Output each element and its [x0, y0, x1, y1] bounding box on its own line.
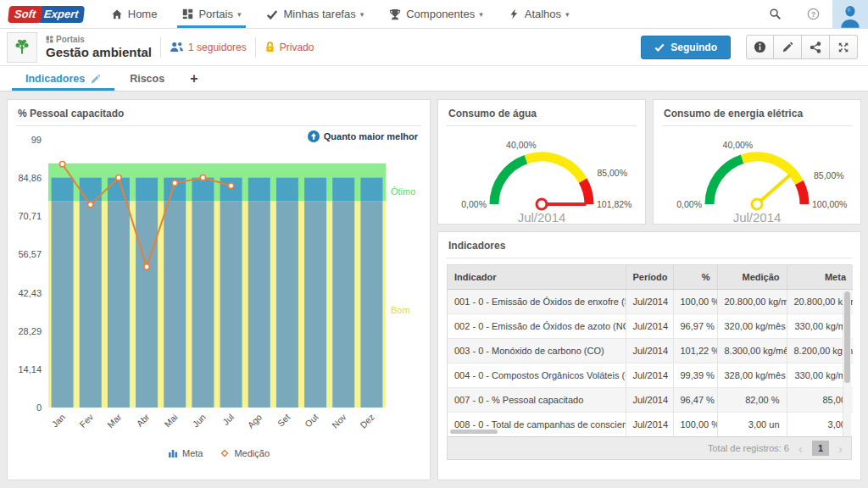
- column-header-meta[interactable]: Meta: [787, 265, 853, 290]
- follow-button[interactable]: Seguindo: [641, 36, 731, 59]
- scrollbar-thumb[interactable]: [844, 291, 850, 383]
- bar-meta-top: [192, 178, 214, 202]
- line-point: [88, 202, 93, 207]
- cell-: 96,97 %: [673, 314, 717, 339]
- bar-meta: [136, 201, 158, 408]
- panel-consumo-agua: Consumo de água 0,00%40,00%85,00%101,82%…: [437, 99, 646, 225]
- divider: [255, 37, 256, 58]
- bar-meta: [248, 201, 270, 408]
- y-tick-label: 42,43: [18, 288, 42, 298]
- table-horizontal-scrollbar[interactable]: [450, 430, 498, 434]
- bar-meta: [276, 201, 298, 408]
- nav-item-label: Atalhos: [525, 8, 561, 20]
- x-tick-label: Nov: [330, 411, 348, 430]
- chevron-down-icon: ▾: [237, 10, 242, 19]
- column-header-medicao[interactable]: Medição: [717, 265, 787, 290]
- main-nav: HomePortais▾Minhas tarefas▾Componentes▾A…: [98, 0, 582, 28]
- nav-item-label: Componentes: [406, 8, 475, 20]
- gauge-tick-label: 0,00%: [461, 199, 487, 209]
- pencil-icon: [90, 74, 101, 85]
- table-row[interactable]: 007 - 0 - % Pessoal capacitadoJul/201496…: [448, 388, 853, 413]
- tab-riscos[interactable]: Riscos: [116, 68, 178, 91]
- help-icon[interactable]: ?: [794, 0, 832, 28]
- bar-meta: [220, 201, 242, 408]
- table-row[interactable]: 002 - 0 - Emissão de Óxidos de azoto (NO…: [448, 314, 853, 339]
- cell-: 101,22 %: [673, 339, 717, 363]
- column-header-periodo[interactable]: Período: [626, 265, 673, 290]
- nav-item-minhas-tarefas[interactable]: Minhas tarefas▾: [253, 0, 376, 28]
- table-row[interactable]: 004 - 0 - Compostos Orgânicos Voláteis (…: [448, 363, 853, 388]
- gauge-tick-label: 100,00%: [812, 199, 847, 209]
- bar-meta-top: [332, 178, 354, 202]
- chart-panel-title: % Pessoal capacitado: [16, 100, 421, 126]
- prev-page-icon[interactable]: ‹: [797, 442, 804, 455]
- nav-item-atalhos[interactable]: Atalhos▾: [496, 0, 582, 28]
- page-number[interactable]: 1: [812, 441, 829, 456]
- legend-medicao[interactable]: Medição: [220, 448, 270, 458]
- share-button[interactable]: [802, 35, 830, 59]
- table-row[interactable]: 003 - 0 - Monóxido de carbono (CO)Jul/20…: [448, 339, 853, 363]
- lock-icon: [264, 41, 275, 53]
- tab-add-button[interactable]: +: [180, 69, 208, 91]
- legend-meta[interactable]: Meta: [168, 448, 203, 458]
- next-page-icon[interactable]: ›: [837, 442, 844, 455]
- user-avatar[interactable]: [832, 0, 868, 28]
- nav-item-home[interactable]: Home: [98, 0, 170, 28]
- y-tick-label: 70,71: [18, 211, 42, 221]
- gauge-period-label: Jul/2014: [733, 210, 782, 225]
- table-row[interactable]: 008 - 0 - Total de campanhas de conscien…: [448, 413, 853, 437]
- cell-medicao: 3,00 un: [717, 413, 787, 437]
- gauge-zone: [799, 183, 804, 204]
- y-tick-label: 84,86: [18, 173, 42, 183]
- fullscreen-button[interactable]: [830, 35, 858, 59]
- nav-item-portais[interactable]: Portais▾: [170, 0, 253, 28]
- cell-periodo: Jul/2014: [626, 388, 673, 413]
- portal-titles: Portais Gestão ambiental: [46, 35, 152, 59]
- tab-bar: IndicadoresRiscos+: [0, 66, 868, 92]
- table-row[interactable]: 001 - 0 - Emissão de Óxidos de enxofre (…: [448, 290, 853, 314]
- cell-medicao: 8.300,00 kg/mês: [717, 339, 787, 363]
- bar-chart: ÓtimoBom9984,8670,7156,5742,4328,2914,14…: [9, 126, 428, 446]
- followers-link[interactable]: 1 seguidores: [170, 42, 247, 53]
- gauge-zone: [743, 157, 799, 183]
- line-point: [200, 175, 205, 180]
- components-trophy-icon: [389, 8, 401, 20]
- gauge-zone: [526, 157, 583, 180]
- column-header-[interactable]: %: [673, 265, 717, 290]
- info-button[interactable]: [746, 35, 774, 59]
- direction-note: Quanto maior melhor: [308, 130, 418, 142]
- tab-indicadores[interactable]: Indicadores: [12, 68, 114, 91]
- bar-meta: [360, 201, 382, 408]
- right-column: Consumo de água 0,00%40,00%85,00%101,82%…: [437, 99, 861, 480]
- followers-icon: [170, 42, 184, 53]
- column-header-indicador[interactable]: Indicador: [448, 265, 626, 290]
- breadcrumb: Portais: [46, 35, 152, 45]
- cell-indicador: 002 - 0 - Emissão de Óxidos de azoto (NO…: [448, 314, 626, 339]
- nav-item-componentes[interactable]: Componentes▾: [376, 0, 495, 28]
- gauge-tick-label: 85,00%: [597, 168, 627, 178]
- bar-meta-top: [304, 178, 326, 202]
- table-vertical-scrollbar[interactable]: [843, 291, 851, 436]
- x-tick-label: Out: [303, 412, 320, 430]
- tab-label: +: [190, 71, 198, 86]
- gauge-tick-label: 40,00%: [723, 140, 754, 150]
- softexpert-logo[interactable]: SoftExpert: [8, 6, 85, 23]
- y-tick-label: 56,57: [18, 249, 42, 259]
- gauge-needle-pivot: [537, 199, 547, 209]
- edit-button[interactable]: [774, 35, 802, 59]
- chevron-down-icon: ▾: [565, 10, 570, 19]
- legend-marker-bar: [168, 448, 178, 458]
- gauge-panel-title: Consumo de energia elétrica: [662, 100, 852, 126]
- bar-meta-top: [108, 178, 130, 202]
- search-icon[interactable]: [756, 0, 794, 28]
- divider: [160, 37, 161, 58]
- x-tick-label: Jun: [190, 412, 208, 430]
- band-label: Bom: [391, 305, 410, 315]
- x-tick-label: Fev: [77, 411, 95, 429]
- chevron-down-icon: ▾: [360, 10, 364, 19]
- y-tick-label: 99: [31, 135, 42, 145]
- line-point: [172, 180, 177, 186]
- x-tick-label: Set: [275, 412, 292, 429]
- bar-meta: [304, 201, 326, 408]
- cell-periodo: Jul/2014: [626, 314, 673, 339]
